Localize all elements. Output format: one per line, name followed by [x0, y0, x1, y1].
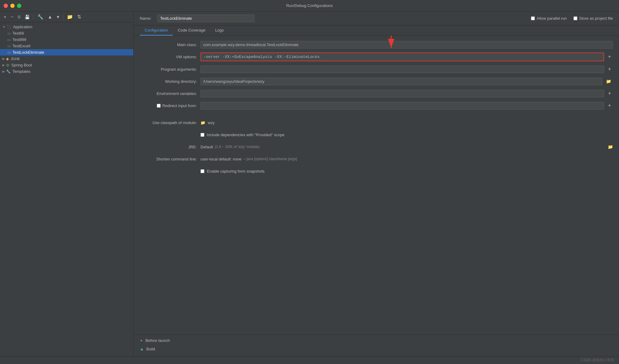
- tree-item-application[interactable]: ▼ ⬛ Application: [0, 24, 133, 30]
- save-button[interactable]: 💾: [23, 14, 31, 20]
- close-button[interactable]: [4, 4, 8, 8]
- minimize-button[interactable]: [10, 4, 15, 8]
- enable-capturing-checkbox[interactable]: [200, 169, 204, 173]
- redirect-input-label: Redirect input from:: [162, 103, 197, 108]
- store-as-project-file-label[interactable]: Store as project file: [573, 16, 613, 21]
- tree-label-templates: Templates: [12, 69, 30, 74]
- toolbar-divider: [33, 14, 34, 20]
- tree-container: ▼ ⬛ Application ▭ Test66 ▭ Test999 ▭ Tes…: [0, 22, 133, 356]
- working-directory-input[interactable]: [200, 78, 602, 85]
- include-dependencies-checkbox[interactable]: [200, 133, 204, 137]
- spacer: [140, 113, 613, 118]
- module-name: wzy: [208, 120, 214, 125]
- enable-capturing-row: Enable capturing form snapshots: [140, 167, 613, 175]
- window-title: Run/Debug Configurations: [286, 3, 333, 8]
- module-icon: 📁: [200, 120, 205, 125]
- store-as-project-file-text: Store as project file: [579, 16, 613, 21]
- title-bar: Run/Debug Configurations: [0, 0, 619, 12]
- redirect-input-field[interactable]: [200, 102, 604, 110]
- footer: CSDN @杭州小哥哥: [0, 356, 619, 364]
- working-directory-browse-button[interactable]: 📁: [604, 79, 613, 84]
- build-label: Build: [146, 347, 155, 351]
- tree-item-test66[interactable]: ▭ Test66: [0, 30, 133, 36]
- tree-item-templates[interactable]: ▶ 🔧 Templates: [0, 68, 133, 75]
- tree-item-test999[interactable]: ▭ Test999: [0, 36, 133, 43]
- tree-label-test999: Test999: [12, 37, 26, 42]
- before-launch-section: ▼ Before launch ▲ Build: [134, 334, 619, 356]
- shorten-cmd-label: Shorten command line:: [140, 157, 200, 161]
- name-input[interactable]: [157, 15, 255, 22]
- main-class-row: Main class:: [140, 40, 613, 49]
- wrench-button[interactable]: 🔧: [36, 13, 45, 20]
- tab-code-coverage[interactable]: Code Coverage: [173, 25, 210, 35]
- before-launch-header: ▼ Before launch: [140, 338, 613, 343]
- junit-icon: ◆: [6, 57, 9, 61]
- tree-item-testexcell[interactable]: ▭ TestExcell: [0, 43, 133, 49]
- redirect-input-browse-button[interactable]: +: [606, 103, 613, 109]
- test999-icon: ▭: [7, 38, 11, 42]
- program-arguments-row: Program arguments: +: [140, 65, 613, 73]
- program-arguments-expand-button[interactable]: +: [606, 66, 613, 72]
- tree-label-testexcell: TestExcell: [12, 44, 30, 48]
- up-button[interactable]: ▲: [46, 14, 54, 20]
- environment-variables-expand-button[interactable]: +: [606, 90, 613, 97]
- enable-capturing-checkbox-row: Enable capturing form snapshots: [200, 169, 265, 174]
- enable-capturing-label: Enable capturing form snapshots: [207, 169, 265, 174]
- config-header: Name: Allow parallel run Store as projec…: [134, 12, 619, 25]
- window-controls: [4, 4, 21, 8]
- tab-configuration[interactable]: Configuration: [140, 25, 173, 35]
- main-class-input[interactable]: [200, 41, 613, 49]
- tree-toggle-junit: ▶: [2, 57, 5, 60]
- environment-variables-label: Environment variables:: [140, 91, 200, 96]
- left-panel: + − ⎘ 💾 🔧 ▲ ▾ 📁 ⇅ ▼ ⬛ Application ▭ Test…: [0, 12, 134, 356]
- vm-options-wrapper: [200, 52, 604, 61]
- springboot-icon: ⚙: [6, 63, 9, 67]
- before-launch-toggle[interactable]: ▼: [140, 339, 143, 342]
- environment-variables-input[interactable]: [200, 90, 604, 97]
- store-as-project-file-checkbox[interactable]: [573, 16, 577, 20]
- tree-label-test66: Test66: [12, 31, 24, 35]
- toolbar: + − ⎘ 💾 🔧 ▲ ▾ 📁 ⇅: [0, 12, 133, 22]
- vm-options-input[interactable]: [200, 52, 604, 61]
- allow-parallel-run-checkbox[interactable]: [531, 16, 535, 20]
- maximize-button[interactable]: [17, 4, 21, 8]
- tab-logs[interactable]: Logs: [210, 25, 228, 35]
- tree-label-springboot: Spring Boot: [11, 63, 32, 67]
- down-button[interactable]: ▾: [56, 13, 60, 20]
- checkbox-group: Allow parallel run Store as project file: [531, 16, 613, 21]
- test66-icon: ▭: [7, 31, 11, 35]
- jre-browse-button[interactable]: 📁: [608, 144, 613, 149]
- tree-toggle-application: ▼: [2, 25, 5, 29]
- include-dependencies-row: Include dependencies with "Provided" sco…: [140, 130, 613, 139]
- sort-button[interactable]: ⇅: [76, 13, 82, 20]
- allow-parallel-run-label[interactable]: Allow parallel run: [531, 16, 567, 21]
- tree-item-junit[interactable]: ▶ ◆ JUnit: [0, 56, 133, 62]
- shorten-cmd-value-row: user-local default: none – java [options…: [200, 157, 297, 161]
- include-dependencies-label: Include dependencies with "Provided" sco…: [207, 133, 285, 137]
- tree-toggle-springboot: ▶: [2, 63, 5, 67]
- redirect-input-checkbox[interactable]: [157, 104, 161, 108]
- config-content: Main class: VM options:: [134, 35, 619, 334]
- include-dependencies-checkbox-row: Include dependencies with "Provided" sco…: [200, 133, 285, 137]
- shorten-cmd-row: Shorten command line: user-local default…: [140, 155, 613, 163]
- folder-button[interactable]: 📁: [66, 13, 74, 20]
- redirect-input-row: Redirect input from: +: [140, 101, 613, 110]
- jre-value-row: Default (1.8 – SDK of 'wzy' module): [200, 145, 260, 149]
- copy-button[interactable]: ⎘: [17, 14, 22, 20]
- remove-button[interactable]: −: [9, 14, 15, 20]
- working-directory-label: Working directory:: [140, 79, 200, 84]
- tree-item-testlockeliminate[interactable]: ▭ TestLockEliminate: [0, 49, 133, 56]
- tree-item-springboot[interactable]: ▶ ⚙ Spring Boot: [0, 62, 133, 68]
- vm-options-row: VM options:: [140, 52, 613, 61]
- vm-options-label: VM options:: [140, 55, 200, 59]
- add-button[interactable]: +: [2, 14, 8, 20]
- program-arguments-input[interactable]: [200, 66, 604, 73]
- jre-main-text: Default: [200, 145, 213, 149]
- jre-hint-text: (1.8 – SDK of 'wzy' module): [215, 145, 259, 149]
- use-classpath-label: Use classpath of module:: [140, 120, 200, 125]
- program-arguments-label: Program arguments:: [140, 67, 200, 72]
- main-class-label: Main class:: [140, 42, 200, 47]
- tree-label-application: Application: [13, 25, 32, 29]
- vm-options-expand-button[interactable]: +: [606, 54, 613, 60]
- environment-variables-row: Environment variables: +: [140, 89, 613, 98]
